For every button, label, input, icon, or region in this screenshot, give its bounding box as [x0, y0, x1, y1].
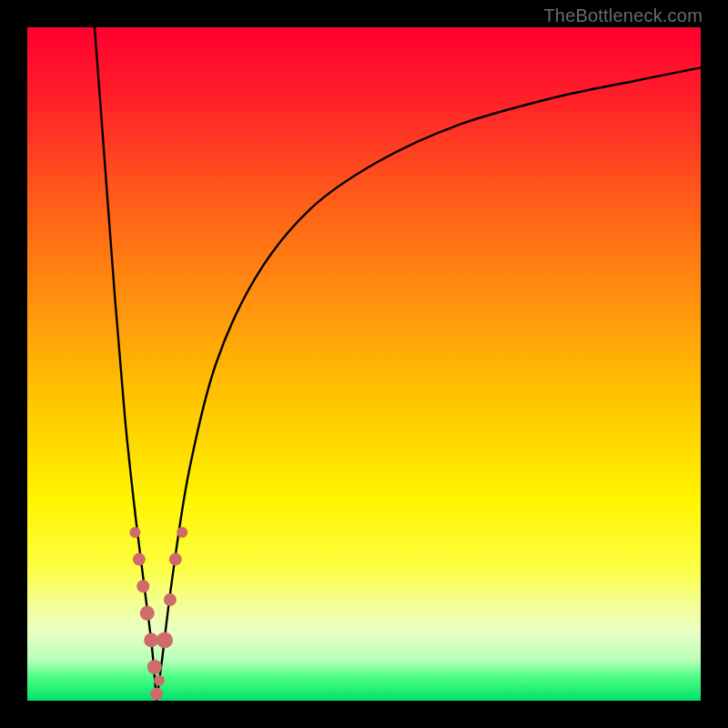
- marker-point: [144, 632, 158, 647]
- marker-point: [164, 593, 177, 606]
- marker-point: [177, 527, 187, 538]
- watermark-text: TheBottleneck.com: [543, 5, 703, 26]
- marker-point: [129, 527, 140, 538]
- curve-right-branch: [157, 67, 701, 701]
- marker-point: [136, 580, 149, 592]
- marker-point: [154, 675, 165, 686]
- marker-point: [140, 606, 155, 621]
- marker-point: [147, 660, 162, 674]
- curve-left-branch: [95, 27, 157, 701]
- marker-point: [133, 553, 146, 566]
- chart-frame: TheBottleneck.com: [0, 0, 728, 728]
- marker-point: [150, 688, 163, 701]
- marker-point: [169, 553, 182, 566]
- marker-cluster: [129, 527, 187, 701]
- curve-layer: [27, 27, 701, 701]
- plot-area: [27, 27, 701, 701]
- marker-point: [157, 632, 173, 648]
